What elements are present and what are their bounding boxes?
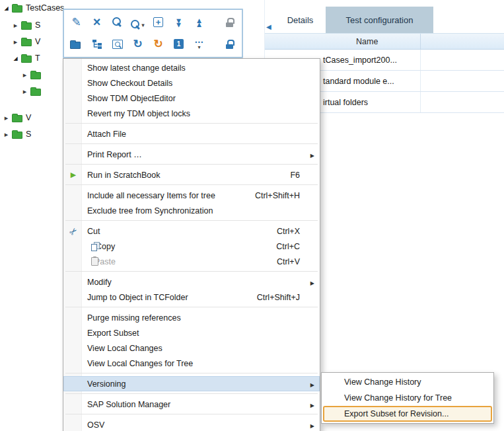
tree-item[interactable]	[0, 83, 44, 99]
tree-expand-icon[interactable]	[2, 114, 11, 122]
menu-item[interactable]: View Local Changes for Tree	[63, 356, 320, 371]
menu-item-label: Print Report …	[87, 150, 300, 159]
tree-item-label: TestCases	[26, 3, 64, 13]
menu-item[interactable]: Paste Ctrl+V	[63, 254, 320, 269]
folder-icon	[30, 89, 41, 96]
tree-expand-icon[interactable]	[20, 71, 29, 79]
tree-item-label: S	[26, 130, 31, 139]
submenu-item-label: View Change History	[344, 377, 421, 387]
menu-item[interactable]: Versioning	[63, 376, 320, 391]
tree-item[interactable]	[0, 67, 44, 83]
folder-icon	[12, 132, 22, 139]
magnifier-glyph	[112, 17, 122, 27]
menu-item[interactable]: Show latest change details	[63, 60, 320, 75]
tree-item[interactable]: V	[0, 34, 40, 50]
menu-item[interactable]: Run in ScratchBook F6	[63, 167, 320, 182]
menu-item[interactable]: SAP Solution Manager	[63, 397, 320, 412]
folder-icon	[21, 22, 32, 30]
menu-item-label: View Local Changes for Tree	[87, 359, 300, 368]
menu-item[interactable]: OSV	[63, 417, 320, 431]
menu-item-shortcut: Ctrl+X	[277, 227, 300, 236]
column-header-label: Name	[356, 37, 378, 46]
delete-x-icon[interactable]	[89, 15, 104, 30]
tab-test-configuration[interactable]: Test configuration	[326, 7, 433, 33]
menu-item-label: Show TDM ObjectEditor	[87, 94, 300, 103]
add-box-icon[interactable]	[151, 15, 166, 30]
tree-item[interactable]: V	[0, 110, 31, 126]
tree-item[interactable]: S	[0, 17, 40, 33]
lock-gray-icon[interactable]	[222, 15, 237, 30]
menu-item-label: Run in ScratchBook	[87, 171, 290, 180]
menu-item[interactable]: Attach File	[63, 126, 320, 141]
play-icon	[67, 169, 79, 181]
menu-item-shortcut: Ctrl+C	[276, 242, 300, 251]
scissors-icon	[67, 225, 79, 237]
menu-item-shortcut: F6	[290, 171, 300, 180]
submenu-item[interactable]: Export Subset for Revision...	[323, 406, 492, 422]
tree-expand-icon[interactable]	[11, 21, 20, 30]
refresh-orange-icon[interactable]	[151, 36, 166, 52]
tree-item[interactable]: S	[0, 126, 31, 142]
menu-item[interactable]: Modify	[63, 274, 320, 290]
menu-item[interactable]: Jump to Object in TCFolder Ctrl+Shift+J	[63, 290, 320, 305]
tab-details[interactable]: Details	[275, 7, 326, 33]
double-chevron-up-icon[interactable]	[192, 15, 207, 30]
lock-blue-icon[interactable]	[222, 36, 237, 52]
context-menu-items: Show latest change details Show Checkout…	[63, 60, 320, 431]
search-dropdown-icon[interactable]	[130, 15, 145, 30]
row-name-cell: irtual folders	[323, 98, 368, 107]
paste-icon	[91, 257, 98, 266]
menu-item[interactable]: Revert my TDM object locks	[63, 106, 320, 121]
tree-item[interactable]: T	[0, 50, 40, 66]
search-icon[interactable]	[110, 15, 125, 30]
tree-expand-icon[interactable]	[11, 56, 20, 61]
collapse-panel-icon[interactable]	[266, 20, 271, 32]
menu-item[interactable]: Include all necessary Items for tree Ctr…	[63, 188, 320, 203]
menu-item-label: Purge missing references	[87, 313, 300, 323]
menu-item-label: Paste	[94, 257, 277, 266]
column-header-name[interactable]: Name	[265, 33, 504, 50]
tree-expand-icon[interactable]	[20, 87, 29, 96]
chevron-up-glyph	[197, 19, 201, 26]
menu-item[interactable]: Export Subset	[63, 325, 320, 340]
more-options-icon[interactable]	[192, 36, 207, 52]
toolbar-row-1	[67, 11, 239, 33]
refresh-blue-icon[interactable]	[130, 36, 145, 52]
search-in-box-icon[interactable]	[110, 36, 125, 52]
menu-item[interactable]: View Local Changes	[63, 340, 320, 356]
tree-item[interactable]: TestCases	[0, 0, 64, 16]
versioning-submenu: View Change History View Change History …	[321, 372, 494, 424]
application-window: Details Test configuration Name tCases_i…	[0, 0, 504, 431]
tree-view-icon[interactable]	[89, 36, 104, 52]
menu-item-label: Versioning	[87, 379, 300, 389]
row-name-cell: tCases_import200...	[323, 56, 397, 65]
folder-icon	[30, 72, 41, 79]
submenu-arrow-icon	[306, 150, 314, 159]
menu-item[interactable]: Show Checkout Details	[63, 75, 320, 91]
menu-item[interactable]: Exclude tree from Synchronization	[63, 203, 320, 218]
item-one-icon[interactable]	[171, 36, 186, 52]
folder-icon[interactable]	[69, 36, 84, 52]
tree-expand-icon[interactable]	[11, 38, 20, 46]
tree-expand-icon[interactable]	[2, 5, 11, 11]
double-chevron-down-icon[interactable]	[171, 15, 186, 30]
menu-item[interactable]: Print Report …	[63, 147, 320, 162]
menu-item[interactable]: Cut Ctrl+X	[63, 223, 320, 239]
menu-item[interactable]: Copy Ctrl+C	[63, 239, 320, 254]
menu-item-label: View Local Changes	[87, 344, 300, 353]
menu-item-label: Copy	[96, 242, 276, 251]
edit-icon[interactable]	[69, 15, 84, 30]
menu-item-label: Show Checkout Details	[87, 79, 300, 88]
menu-item[interactable]: Show TDM ObjectEditor	[63, 91, 320, 106]
tree-expand-icon[interactable]	[2, 130, 11, 139]
menu-item-label: Export Subset	[87, 329, 300, 338]
submenu-item[interactable]: View Change History	[323, 374, 492, 390]
toolbar-row-2	[67, 33, 239, 55]
menu-item-label: Revert my TDM object locks	[87, 109, 300, 118]
menu-item-label: OSV	[87, 420, 300, 430]
folder-icon	[21, 39, 32, 46]
menu-item[interactable]: Purge missing references	[63, 310, 320, 325]
submenu-item[interactable]: View Change History for Tree	[323, 390, 492, 406]
tree-item-label: S	[35, 20, 40, 30]
menu-item-label: SAP Solution Manager	[87, 400, 300, 409]
